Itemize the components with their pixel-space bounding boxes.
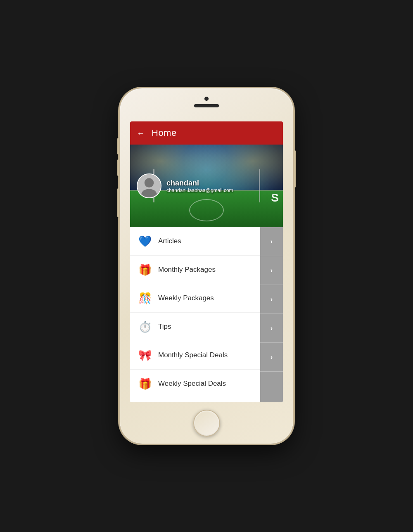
phone-frame: ← Home S ch	[120, 88, 293, 444]
menu-item-monthly-special-deals[interactable]: 🎀 Monthly Special Deals	[130, 341, 260, 370]
hero-text: S	[271, 191, 279, 204]
front-camera	[204, 97, 209, 101]
sidebar-arrow-4[interactable]: ›	[260, 314, 283, 343]
menu-item-articles[interactable]: 💙 Articles	[130, 227, 260, 256]
light-pole-right	[259, 169, 260, 202]
articles-label: Articles	[158, 237, 181, 245]
hero-banner: S chandani chandani.laabhaa@gmail.com	[130, 145, 283, 227]
app-header: ← Home	[130, 121, 283, 145]
tips-icon: ⏱️	[137, 318, 153, 335]
sidebar-arrow-3[interactable]: ›	[260, 285, 283, 314]
menu-item-weekly-special-deals[interactable]: 🎁 Weekly Special Deals	[130, 370, 260, 398]
speaker	[194, 104, 219, 107]
weekly-packages-label: Weekly Packages	[158, 294, 214, 302]
sidebar-arrow-2[interactable]: ›	[260, 256, 283, 285]
articles-icon: 💙	[137, 233, 153, 249]
user-email: chandani.laabhaa@gmail.com	[166, 188, 233, 193]
side-button	[117, 188, 119, 217]
screen-content: 💙 Articles 🎁 Monthly Packages 🎊 Weekly P…	[130, 227, 283, 402]
avatar	[137, 173, 161, 198]
menu-item-weekly-packages[interactable]: 🎊 Weekly Packages	[130, 284, 260, 313]
main-menu: 💙 Articles 🎁 Monthly Packages 🎊 Weekly P…	[130, 227, 260, 402]
sidebar-arrow-5[interactable]: ›	[260, 343, 283, 372]
power-button	[294, 150, 296, 188]
sidebar-strip: › › › › ›	[260, 227, 283, 402]
monthly-special-deals-icon: 🎀	[137, 347, 153, 363]
home-button[interactable]	[193, 410, 220, 437]
sidebar-arrow-1[interactable]: ›	[260, 227, 283, 256]
page-title: Home	[152, 128, 177, 138]
volume-up-button	[117, 138, 119, 154]
user-profile-section: chandani chandani.laabhaa@gmail.com	[137, 173, 233, 198]
user-name: chandani	[166, 179, 233, 188]
menu-item-monthly-packages[interactable]: 🎁 Monthly Packages	[130, 256, 260, 284]
weekly-special-deals-label: Weekly Special Deals	[158, 380, 226, 388]
tips-label: Tips	[158, 323, 171, 331]
phone-screen: ← Home S ch	[130, 121, 283, 402]
phone-top-bezel	[120, 88, 293, 121]
phone-bottom-bezel	[120, 402, 293, 444]
weekly-special-deals-icon: 🎁	[137, 375, 153, 392]
volume-down-button	[117, 159, 119, 176]
volume-buttons	[117, 138, 119, 222]
weekly-packages-icon: 🎊	[137, 290, 153, 306]
user-info: chandani chandani.laabhaa@gmail.com	[166, 179, 233, 193]
monthly-packages-label: Monthly Packages	[158, 266, 216, 274]
svg-point-1	[145, 178, 154, 187]
back-button[interactable]: ←	[137, 128, 145, 138]
menu-item-tips[interactable]: ⏱️ Tips	[130, 313, 260, 341]
stadium-background: S chandani chandani.laabhaa@gmail.com	[130, 145, 283, 227]
menu-item-about[interactable]: ℹ️ About	[130, 398, 260, 402]
monthly-packages-icon: 🎁	[137, 261, 153, 278]
power-btn	[294, 150, 296, 188]
monthly-special-deals-label: Monthly Special Deals	[158, 351, 228, 359]
